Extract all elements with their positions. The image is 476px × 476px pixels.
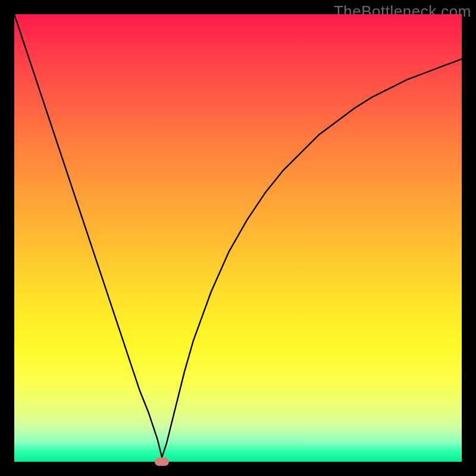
chart-frame: TheBottleneck.com [0, 0, 476, 476]
bottleneck-curve [14, 14, 462, 462]
plot-area [14, 14, 462, 462]
optimal-point-marker [155, 458, 169, 466]
